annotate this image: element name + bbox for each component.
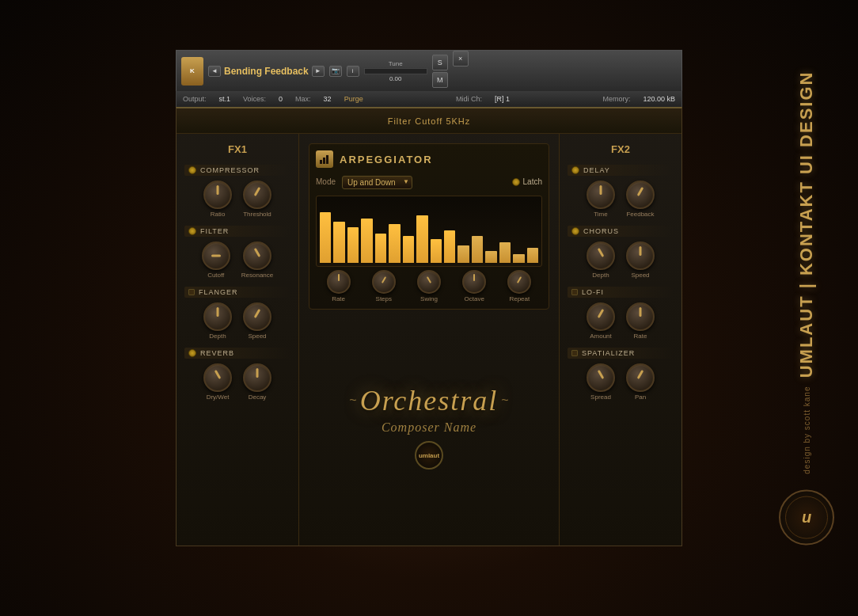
swing-knob[interactable]	[417, 270, 441, 294]
lofi-knobs: Amount Rate	[568, 301, 674, 341]
sequencer-display	[316, 196, 542, 267]
camera-btn[interactable]: 📷	[329, 65, 342, 76]
seq-bar-7[interactable]	[416, 215, 427, 263]
resonance-label: Resonance	[241, 272, 273, 279]
chorus-depth-knob[interactable]	[587, 241, 615, 270]
pan-knob[interactable]	[626, 363, 655, 392]
seq-bar-0[interactable]	[320, 212, 331, 263]
threshold-knob[interactable]	[243, 181, 271, 209]
arp-header: ARPEGGIATOR	[316, 150, 542, 168]
filter-section-header[interactable]: FILTER	[184, 226, 290, 237]
feedback-knob[interactable]	[626, 181, 655, 209]
reverb-header[interactable]: REVERB	[184, 348, 290, 359]
lofi-rate-knob[interactable]	[626, 302, 655, 331]
cutoff-knob[interactable]	[202, 241, 230, 270]
tune-section: Tune 0.00	[364, 59, 427, 82]
lofi-header[interactable]: LO-FI	[568, 287, 674, 298]
latch-button[interactable]: Latch	[512, 177, 542, 186]
max-label: Max:	[295, 95, 311, 103]
ratio-knob-container: Ratio	[203, 181, 232, 218]
chorus-led[interactable]	[571, 227, 579, 235]
decay-knob[interactable]	[243, 363, 271, 392]
seq-bar-8[interactable]	[431, 239, 442, 263]
steps-knob[interactable]	[372, 270, 396, 294]
compressor-header[interactable]: COMPRESSOR	[184, 165, 290, 176]
repeat-knob[interactable]	[507, 270, 531, 294]
info-btn[interactable]: i	[347, 65, 359, 76]
rate-knob[interactable]	[327, 270, 351, 294]
spread-knob[interactable]	[587, 363, 615, 392]
prev-preset-btn[interactable]: ◄	[208, 65, 221, 76]
seq-bar-9[interactable]	[444, 230, 455, 263]
seq-bar-4[interactable]	[375, 233, 386, 263]
kontakt-logo: K	[181, 56, 203, 85]
brand-main: UMLAUT | KONTAKT UI DESIGN	[796, 71, 817, 378]
reverb-led[interactable]	[188, 349, 196, 357]
chorus-header[interactable]: CHORUS	[568, 226, 674, 237]
seq-bar-15[interactable]	[527, 248, 538, 263]
spatializer-section: SPATIALIZER Spread Pan	[568, 348, 674, 402]
seq-bar-10[interactable]	[457, 245, 469, 263]
reverb-knobs: Dry/Wet Decay	[184, 362, 290, 402]
cutoff-knob-container: Cutoff	[202, 241, 230, 279]
s-button[interactable]: S	[432, 54, 448, 70]
center-panel: ARPEGGIATOR Mode Up and Down Up Down Ran…	[299, 134, 559, 546]
delay-header[interactable]: DELAY	[568, 165, 674, 176]
seq-bar-13[interactable]	[499, 242, 511, 263]
m-button[interactable]: M	[432, 71, 448, 87]
midi-label: Midi Ch:	[456, 95, 482, 103]
amount-label: Amount	[590, 333, 612, 340]
arp-icon	[316, 150, 333, 168]
flanger-depth-label: Depth	[209, 333, 226, 340]
spatializer-toggle[interactable]	[571, 350, 578, 356]
seq-bar-6[interactable]	[403, 236, 414, 263]
seq-bar-5[interactable]	[389, 224, 400, 263]
feedback-knob-container: Feedback	[626, 181, 655, 218]
seq-bar-3[interactable]	[361, 219, 372, 263]
delay-led[interactable]	[571, 166, 579, 174]
drywet-knob[interactable]	[203, 363, 232, 392]
time-knob[interactable]	[587, 181, 615, 209]
seq-bar-14[interactable]	[513, 254, 524, 263]
ratio-knob[interactable]	[203, 181, 232, 209]
compressor-label: COMPRESSOR	[200, 166, 260, 174]
seq-bar-12[interactable]	[485, 251, 496, 263]
filter-led[interactable]	[188, 227, 196, 235]
filter-section: FILTER Cutoff Resonance	[184, 226, 290, 280]
seq-bar-2[interactable]	[347, 227, 359, 263]
flanger-speed-label: Speed	[248, 333, 266, 340]
swing-label: Swing	[420, 295, 438, 302]
compressor-led[interactable]	[188, 166, 196, 174]
amount-knob[interactable]	[587, 302, 615, 331]
tune-bar[interactable]	[364, 67, 427, 74]
reverb-label: REVERB	[200, 349, 234, 357]
tilde-right: ~	[501, 394, 508, 408]
flanger-toggle[interactable]	[188, 289, 195, 295]
delay-knobs: Time Feedback	[568, 179, 674, 219]
octave-knob[interactable]	[462, 270, 486, 294]
seq-bar-1[interactable]	[333, 221, 344, 263]
drywet-label: Dry/Wet	[207, 394, 230, 401]
spatializer-knobs: Spread Pan	[568, 362, 674, 402]
lofi-toggle[interactable]	[571, 289, 578, 295]
rate-knob-container: Rate	[327, 270, 351, 302]
flanger-depth-knob[interactable]	[203, 302, 232, 331]
chorus-depth-container: Depth	[587, 241, 615, 279]
composer-name: Composer Name	[382, 420, 476, 435]
seq-bar-11[interactable]	[472, 236, 483, 263]
tune-value: 0.00	[389, 74, 402, 82]
purge-label[interactable]: Purge	[344, 95, 363, 103]
mode-select[interactable]: Up and Down Up Down Random	[342, 176, 412, 189]
close-button[interactable]: ×	[453, 51, 469, 67]
chorus-speed-knob[interactable]	[626, 241, 655, 270]
delay-section: DELAY Time Feedback	[568, 165, 674, 219]
instrument-name-row: ~ Orchestral ~	[349, 384, 508, 417]
resonance-knob[interactable]	[243, 241, 271, 270]
flanger-label: FLANGER	[199, 288, 238, 296]
arp-title: ARPEGGIATOR	[340, 153, 433, 165]
filter-knobs: Cutoff Resonance	[184, 240, 290, 280]
flanger-speed-knob[interactable]	[243, 302, 271, 331]
flanger-header[interactable]: FLANGER	[184, 287, 290, 298]
spatializer-header[interactable]: SPATIALIZER	[568, 348, 674, 359]
next-preset-btn[interactable]: ►	[312, 65, 325, 76]
